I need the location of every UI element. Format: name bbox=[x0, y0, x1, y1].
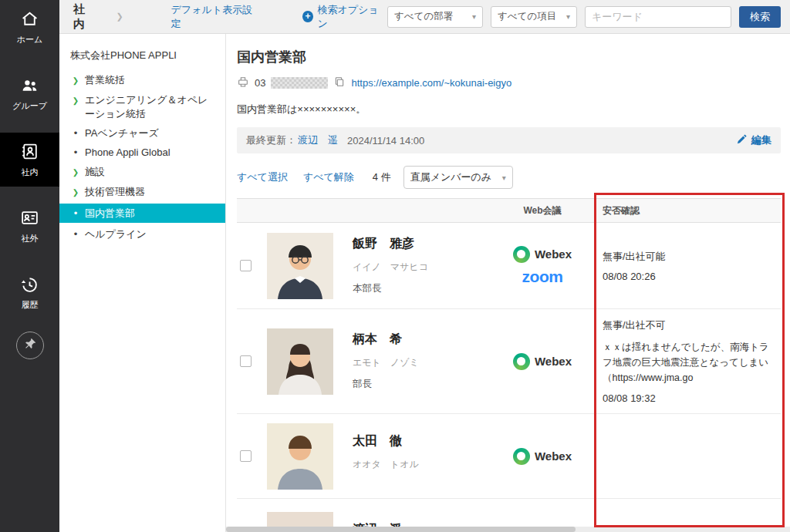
breadcrumb-chevron-icon bbox=[116, 12, 123, 22]
webex-button[interactable]: Webex bbox=[513, 448, 572, 465]
member-filter-select[interactable]: 直属メンバーのみ bbox=[403, 166, 513, 189]
table-header-row: Web会議 安否確認 bbox=[237, 198, 781, 223]
safety-cell: 無事/出社不可 ｘｘは揺れませんでしたが、南海トラフ地震の巨大地震注意となってし… bbox=[593, 309, 781, 413]
member-kana: オオタ トオル bbox=[353, 458, 491, 471]
orgtree-item-pa-ventures[interactable]: PAベンチャーズ bbox=[59, 123, 225, 143]
orgtree-company[interactable]: 株式会社PHONE APPLI bbox=[59, 43, 225, 70]
side-nav: ホーム グループ 社内 社外 履歴 bbox=[0, 0, 59, 532]
top-bar: 社内 デフォルト表示設定 検索オプション すべての部署 すべての項目 検索 bbox=[59, 0, 790, 34]
safety-time: 08/08 20:26 bbox=[603, 271, 773, 282]
last-updated-label: 最終更新： bbox=[246, 133, 296, 147]
orgtree-item-kokunai-eigyo[interactable]: 国内営業部 bbox=[59, 204, 225, 223]
company-contacts-icon bbox=[20, 142, 39, 163]
page-title: 社内 bbox=[73, 2, 96, 32]
pin-button[interactable] bbox=[16, 332, 44, 359]
last-updated-by-link[interactable]: 渡辺 遥 bbox=[298, 133, 338, 147]
safety-status: 無事/出社不可 bbox=[603, 318, 773, 332]
redacted-phone-number bbox=[271, 77, 328, 89]
nav-item-history[interactable]: 履歴 bbox=[0, 265, 59, 319]
safety-check-header: 安否確認 bbox=[593, 204, 781, 217]
webex-icon bbox=[513, 448, 530, 465]
nav-item-label: 履歴 bbox=[22, 299, 39, 311]
nav-item-label: ホーム bbox=[17, 34, 43, 45]
webex-button[interactable]: Webex bbox=[513, 353, 572, 370]
search-button[interactable]: 検索 bbox=[739, 6, 781, 28]
nav-item-home[interactable]: ホーム bbox=[0, 0, 59, 54]
chevron-down-icon bbox=[502, 173, 506, 182]
department-url-link[interactable]: https://example.com/~kokunai-eigyo bbox=[351, 77, 511, 89]
orgtree-item-shisetsu[interactable]: 施設 bbox=[59, 162, 225, 182]
webex-button[interactable]: Webex bbox=[513, 246, 572, 263]
search-options-link[interactable]: 検索オプション bbox=[302, 3, 387, 31]
phone-prefix: 03 bbox=[255, 77, 265, 89]
member-table: Web会議 安否確認 飯野 雅彦 イイノ マサヒコ 本部長 Webex bbox=[237, 198, 781, 532]
nav-item-label: 社内 bbox=[22, 167, 39, 178]
orgtree-item-eigyo[interactable]: 営業統括 bbox=[59, 70, 225, 90]
main-panel: 国内営業部 03 https://example.com/~kokunai-ei… bbox=[226, 34, 790, 532]
group-icon bbox=[20, 76, 39, 96]
home-icon bbox=[20, 9, 39, 30]
deselect-all-link[interactable]: すべて解除 bbox=[303, 170, 354, 184]
nav-item-label: 社外 bbox=[22, 233, 39, 244]
member-count: 4 件 bbox=[373, 170, 391, 184]
org-tree: 株式会社PHONE APPLI 営業統括 エンジニアリング＆オペレーション統括 … bbox=[59, 34, 226, 532]
orgtree-item-helpline[interactable]: ヘルプライン bbox=[59, 224, 225, 244]
bullet-icon bbox=[71, 126, 80, 140]
member-kana: イイノ マサヒコ bbox=[353, 261, 491, 274]
orgtree-item-global[interactable]: Phone Appli Global bbox=[59, 143, 225, 162]
avatar[interactable] bbox=[267, 328, 333, 395]
orgtree-item-gijutsu[interactable]: 技術管理機器 bbox=[59, 182, 225, 202]
expand-chevron-icon[interactable] bbox=[71, 93, 80, 121]
nav-item-group[interactable]: グループ bbox=[0, 66, 59, 120]
department-contact-row: 03 https://example.com/~kokunai-eigyo bbox=[237, 76, 781, 90]
history-icon bbox=[20, 274, 39, 295]
chevron-down-icon bbox=[566, 12, 570, 21]
nav-item-label: グループ bbox=[12, 100, 47, 112]
phone-icon bbox=[237, 76, 249, 90]
table-row: 柄本 希 エモト ノゾミ 部長 Webex 無事/出社不可 ｘｘは揺れませんでし… bbox=[237, 309, 781, 414]
safety-status: 無事/出社可能 bbox=[603, 250, 773, 264]
member-kana: エモト ノゾミ bbox=[353, 356, 491, 369]
default-display-settings-link[interactable]: デフォルト表示設定 bbox=[171, 3, 261, 31]
app-window: ホーム グループ 社内 社外 履歴 社内 デフォルト表示設定 bbox=[0, 0, 790, 532]
member-name[interactable]: 太田 徹 bbox=[353, 433, 491, 450]
row-checkbox[interactable] bbox=[240, 450, 252, 462]
plus-circle-icon bbox=[302, 11, 314, 22]
scrollbar-thumb[interactable] bbox=[226, 527, 576, 532]
last-updated-time: 2024/11/14 14:00 bbox=[347, 135, 424, 146]
last-updated-bar: 最終更新： 渡辺 遥 2024/11/14 14:00 編集 bbox=[237, 127, 781, 153]
nav-item-external[interactable]: 社外 bbox=[0, 199, 59, 253]
expand-chevron-icon[interactable] bbox=[71, 73, 80, 88]
table-row: 太田 徹 オオタ トオル Webex bbox=[237, 414, 781, 499]
safety-message: ｘｘは揺れませんでしたが、南海トラフ地震の巨大地震注意となってしまい（https… bbox=[603, 339, 773, 386]
table-row: 飯野 雅彦 イイノ マサヒコ 本部長 Webex zoom 無事/出社可能 08… bbox=[237, 223, 781, 309]
copy-icon[interactable] bbox=[333, 76, 346, 90]
selection-controls: すべて選択 すべて解除 4 件 直属メンバーのみ bbox=[237, 166, 781, 189]
member-name[interactable]: 柄本 希 bbox=[353, 332, 491, 348]
member-name[interactable]: 飯野 雅彦 bbox=[353, 236, 491, 252]
web-meeting-header: Web会議 bbox=[491, 204, 593, 217]
webex-icon bbox=[513, 353, 530, 370]
bullet-icon bbox=[71, 227, 80, 241]
pencil-icon bbox=[736, 133, 748, 147]
chevron-down-icon bbox=[472, 12, 476, 21]
department-filter-select[interactable]: すべての部署 bbox=[387, 6, 483, 28]
department-title: 国内営業部 bbox=[237, 48, 781, 66]
row-checkbox[interactable] bbox=[240, 260, 252, 271]
external-contacts-icon bbox=[20, 208, 39, 229]
expand-chevron-icon[interactable] bbox=[71, 185, 80, 200]
avatar[interactable] bbox=[267, 423, 333, 490]
bullet-icon bbox=[71, 207, 80, 221]
expand-chevron-icon[interactable] bbox=[71, 165, 80, 180]
edit-button[interactable]: 編集 bbox=[736, 133, 771, 147]
zoom-button[interactable]: zoom bbox=[522, 268, 563, 286]
avatar[interactable] bbox=[267, 233, 333, 299]
orgtree-item-engineering[interactable]: エンジニアリング＆オペレーション統括 bbox=[59, 90, 225, 123]
row-checkbox[interactable] bbox=[240, 355, 252, 367]
nav-item-internal[interactable]: 社内 bbox=[0, 133, 59, 187]
safety-time: 08/08 19:32 bbox=[603, 392, 773, 404]
keyword-input[interactable] bbox=[585, 6, 731, 28]
field-filter-select[interactable]: すべての項目 bbox=[491, 6, 577, 28]
member-position: 部長 bbox=[353, 378, 491, 391]
select-all-link[interactable]: すべて選択 bbox=[237, 170, 288, 184]
